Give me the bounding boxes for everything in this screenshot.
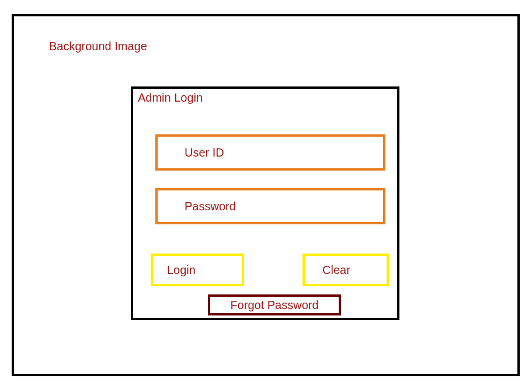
password-field[interactable]: Password xyxy=(155,188,385,224)
login-button[interactable]: Login xyxy=(151,254,244,286)
user-id-placeholder: User ID xyxy=(185,146,224,159)
outer-frame: Background Image Admin Login User ID Pas… xyxy=(12,14,520,376)
password-placeholder: Password xyxy=(185,200,236,213)
clear-button[interactable]: Clear xyxy=(302,254,389,286)
admin-login-panel: Admin Login User ID Password Login Clear… xyxy=(131,86,399,320)
panel-title: Admin Login xyxy=(138,91,203,105)
login-button-label: Login xyxy=(167,263,196,277)
forgot-password-label: Forgot Password xyxy=(230,299,318,312)
forgot-password-link[interactable]: Forgot Password xyxy=(208,294,341,315)
clear-button-label: Clear xyxy=(322,263,350,277)
user-id-field[interactable]: User ID xyxy=(155,134,385,171)
background-image-label: Background Image xyxy=(49,40,147,53)
